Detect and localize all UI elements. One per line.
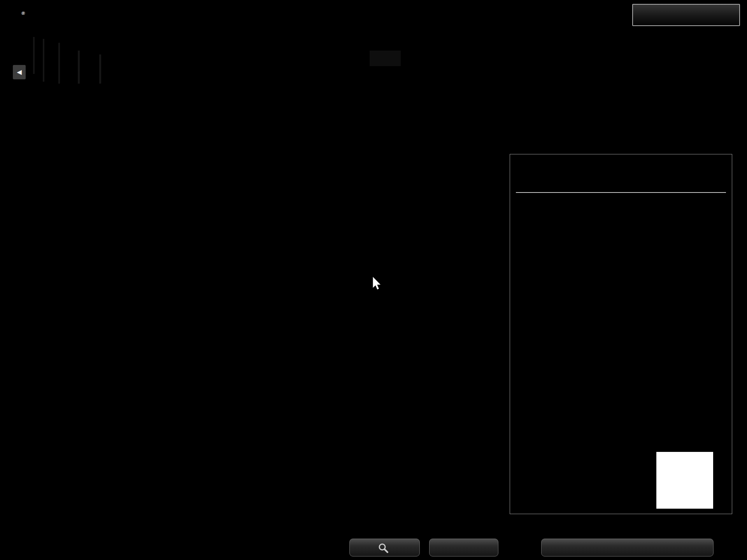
back-button[interactable]: ◀	[13, 65, 26, 79]
language-button[interactable]	[429, 539, 498, 556]
chevron-left-icon: ◀	[17, 67, 22, 77]
mouse-cursor	[372, 276, 383, 292]
registered-mark: ®	[21, 10, 25, 16]
nav-tabs	[20, 37, 732, 59]
divider	[516, 192, 726, 193]
easy-mode-button[interactable]	[632, 4, 740, 26]
description-panel	[510, 154, 732, 514]
qr-code	[656, 452, 713, 509]
datetime-display	[541, 539, 714, 556]
search-icon	[378, 543, 388, 553]
search-button[interactable]	[349, 539, 420, 556]
asrock-logo: ®	[21, 5, 25, 25]
